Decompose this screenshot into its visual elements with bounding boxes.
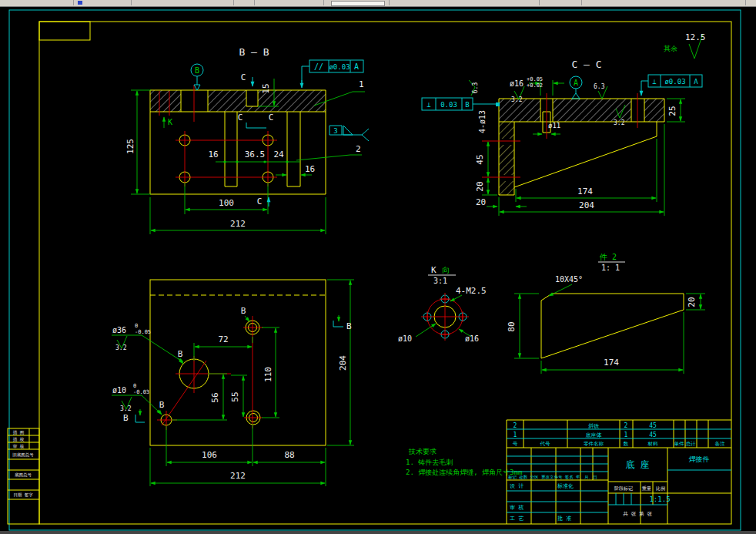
bom-header-unit: 单件 [674,441,685,447]
plan-dim-d36: ø36 [112,326,126,334]
bb-dim-16b: 16 [305,164,315,174]
tb-craft: 工 艺 [510,516,524,522]
cc-ra-32b: 3.2 [614,119,625,126]
app-toolbar[interactable] [0,0,756,7]
bb-dim-212: 212 [230,219,246,229]
plan-dim-106: 106 [202,450,217,460]
plan-dim-d36-sup: 0 [135,323,138,329]
bb-dim-125: 125 [125,139,135,154]
cc-fcfl-datum: B [465,101,469,109]
tb-change-row: 标记 处数 分区 更改文件号 签名 年、月、日 [507,475,597,480]
bom-row2-name: 底座体 [586,432,602,438]
tb-scale-label: 比例 [656,485,665,492]
plan-dim-88: 88 [284,450,294,460]
cc-datum-a: A [574,79,578,87]
part2-dim-174: 174 [604,358,619,368]
plan-dim-d10: ø10 [112,386,126,395]
tech-req-title: 技术要求 [408,448,437,455]
bom-header-material: 材料 [647,441,659,447]
cc-dim-45: 45 [475,154,485,164]
k-view-direction: 向 [442,266,450,274]
cc-fcfl-symbol: ⊥ [427,101,431,109]
bb-fcf-symbol: // [314,62,323,71]
bb-title: B — B [239,46,269,58]
plan-b-top: B [241,306,246,316]
plan-dim-204: 204 [338,355,348,371]
bom-header-note: 备注 [715,441,726,447]
part2-dim-80: 80 [507,321,517,331]
bb-c-bottom: C [257,196,263,207]
bb-dim-16a: 16 [208,149,218,160]
left-strip-row3: 审 核 [13,444,25,448]
left-strip-row1: 描 图 [13,430,24,435]
cc-dim-d16: ø16 [510,79,524,88]
cc-ra-63b: 6.3 [594,83,605,90]
tb-sheet-info: 共 张 第 张 [623,511,652,517]
bb-dim-100: 100 [219,198,234,208]
cc-dim-174: 174 [577,186,593,196]
cc-fcfr-datum: A [694,78,698,86]
bb-c-top: C [241,72,246,82]
tb-design: 设 计 [510,483,524,489]
bom-row1-material: 45 [649,422,657,429]
bb-item-2: 2 [356,144,361,154]
bom-row1-no: 2 [513,422,517,429]
cc-dim-20b: 20 [476,197,486,207]
bb-dim-36-5: 36.5 [245,149,266,160]
left-strip-row4: 旧底图总号 [12,452,34,458]
cc-dim-204: 204 [579,200,594,210]
plan-dim-d10-sup: 0 [133,383,136,389]
bom-row2-material: 45 [649,432,657,438]
plan-ra-32a: 3.2 [115,344,127,351]
bb-k-arrow-label: K [168,118,172,126]
plan-ra-32b: 3.2 [120,405,132,412]
toolbar-field[interactable] [331,1,385,6]
tb-part-name: 底 座 [625,459,649,470]
bom-row1-name: 斜铁 [588,423,599,429]
left-strip-row6: 日期 签字 [13,492,33,498]
plan-b-right: B [346,321,352,331]
bom-row1-qty: 2 [624,422,628,429]
tech-req-line1: 1. 铸件去毛刺 [406,458,453,466]
k-thread-label: 4-M2.5 [456,286,487,296]
cc-dim-20a: 20 [475,181,485,191]
bb-weld-size: 3 [333,127,337,135]
tb-review: 审 核 [510,505,524,511]
part2-dim-20: 20 [687,297,697,307]
bom-header-code: 代号 [540,441,551,447]
bb-dim-24: 24 [273,149,284,160]
cc-title: C — C [571,59,601,70]
bom-header-total: 总计 [685,441,697,447]
tech-req-line2: 2. 焊接处连续角焊缝, 焊角尺寸3mm [406,469,522,476]
cc-dim-25: 25 [667,106,677,116]
part2-chamfer: 10X45° [555,275,583,284]
k-view-letter: K [431,265,437,275]
plan-b-circle: B [178,349,183,359]
bom-header-qty: 数 [623,441,629,447]
surface-note-prefix: 其余 [664,45,677,52]
plan-dim-d10-sub: -0.03 [133,389,149,395]
toolbar-icon[interactable] [78,1,82,5]
plan-dim-110: 110 [263,367,273,382]
tb-stage-label: 阶段标记 [614,485,633,492]
tb-standardization: 标准化 [557,483,574,489]
bb-c-mid-left: C [238,113,243,123]
part2-title: 件 2 [599,253,617,261]
bom-row2-no: 1 [513,432,517,438]
bb-dim-15: 15 [261,83,271,93]
cc-dim-d16-sub: +0.02 [527,82,543,89]
plan-dim-55: 55 [230,391,240,401]
cc-dim-d16-sup: +0.05 [527,76,543,82]
plan-dim-212: 212 [230,471,246,481]
plan-dim-56: 56 [210,392,220,402]
bb-item-1: 1 [359,79,364,89]
cc-ra-32a: 3.2 [511,96,523,103]
plan-b-small: B [159,400,165,410]
bb-c-mid-right: C [269,113,274,123]
drawing-canvas[interactable]: 描 图 描 校 审 核 旧底图总号 底图总号 日期 签字 [0,0,756,534]
tb-approve: 批 准 [557,516,571,522]
k-dim-d16: ø16 [465,334,479,343]
bom-header-no: 号 [513,441,518,447]
plan-dim-d36-sub: -0.05 [135,329,151,335]
k-view-scale: 3:1 [433,277,447,285]
